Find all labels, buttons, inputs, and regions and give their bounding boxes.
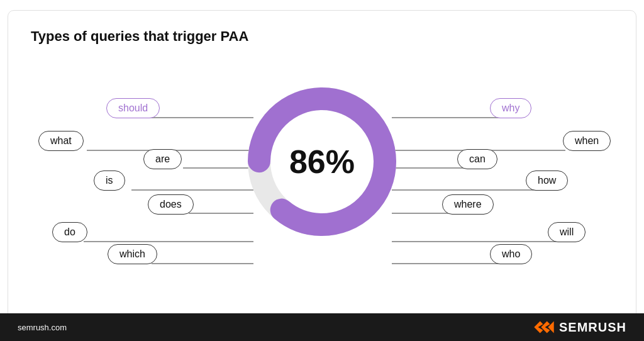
- donut-chart: 86%: [247, 61, 397, 262]
- tag-where: where: [442, 194, 494, 215]
- tag-is: is: [94, 170, 125, 191]
- footer-url: semrush.com: [18, 323, 67, 332]
- tag-do: do: [52, 222, 87, 242]
- card: Types of queries that trigger PAA: [8, 10, 636, 331]
- tag-can: can: [457, 149, 497, 169]
- svg-marker-18: [548, 321, 553, 333]
- semrush-icon: [534, 320, 554, 334]
- page-title: Types of queries that trigger PAA: [31, 28, 248, 45]
- tag-when: when: [563, 131, 611, 151]
- footer: semrush.com SEMRUSH: [0, 313, 644, 341]
- tag-why: why: [490, 98, 531, 118]
- tag-will: will: [548, 222, 586, 242]
- tag-which: which: [108, 244, 157, 264]
- tag-should: should: [106, 98, 160, 118]
- tag-what: what: [38, 131, 84, 151]
- tag-does: does: [148, 194, 194, 215]
- tag-who: who: [490, 244, 532, 264]
- donut-label: 86%: [289, 143, 355, 181]
- semrush-label: SEMRUSH: [559, 320, 626, 335]
- tag-are: are: [143, 149, 182, 169]
- tag-how: how: [526, 170, 568, 191]
- footer-brand: SEMRUSH: [534, 320, 626, 335]
